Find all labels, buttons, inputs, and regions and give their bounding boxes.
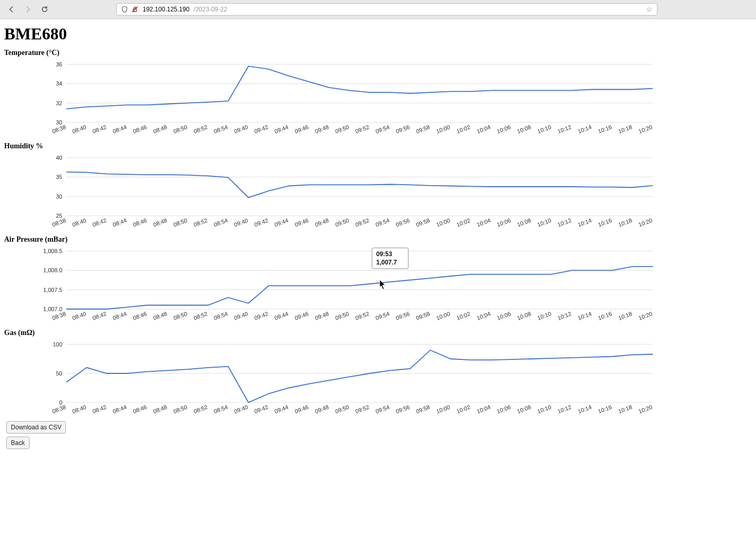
svg-text:10:06: 10:06 [496,311,512,322]
svg-text:09:54: 09:54 [375,311,390,322]
download-csv-button[interactable]: Download as CSV [6,421,66,434]
chart-title: Gas (mΩ) [4,329,752,337]
svg-text:08:42: 08:42 [92,217,107,228]
svg-text:09:42: 09:42 [253,404,269,415]
browser-chrome: 192.100.125.190/2023-09-22 ☆ [0,0,756,19]
svg-text:10:14: 10:14 [577,124,593,135]
chart-title: Air Pressure (mBar) [4,235,752,244]
svg-text:08:46: 08:46 [132,404,148,415]
svg-text:08:44: 08:44 [112,217,128,228]
cursor-icon [380,280,385,289]
svg-text:09:44: 09:44 [273,124,289,135]
svg-text:1,008.0: 1,008.0 [43,267,62,273]
svg-text:09:48: 09:48 [314,217,329,228]
svg-text:09:44: 09:44 [273,311,289,322]
svg-text:08:54: 08:54 [213,217,228,228]
svg-text:08:44: 08:44 [112,404,128,415]
svg-text:08:40: 08:40 [72,217,87,228]
svg-text:08:50: 08:50 [173,404,188,415]
svg-text:34: 34 [56,80,62,87]
series-line [66,350,653,402]
svg-text:100: 100 [53,341,62,347]
chart-svg[interactable]: 05010008:3808:4008:4208:4408:4608:4808:5… [4,340,658,418]
svg-text:08:42: 08:42 [92,124,107,135]
series-line [66,66,653,109]
svg-text:10:02: 10:02 [456,311,471,322]
svg-text:1,007.0: 1,007.0 [43,306,62,312]
svg-text:09:48: 09:48 [314,311,329,322]
charts-container: Temperature (°C)3032343608:3808:4008:420… [4,49,752,418]
svg-text:32: 32 [56,100,62,106]
svg-text:35: 35 [56,174,62,180]
svg-text:10:18: 10:18 [617,404,633,415]
svg-text:09:42: 09:42 [253,311,269,322]
svg-text:09:48: 09:48 [314,124,329,135]
chart-svg[interactable]: 3032343608:3808:4008:4208:4408:4608:4808… [4,60,658,138]
svg-text:10:02: 10:02 [456,404,471,415]
back-button[interactable]: Back [6,437,30,449]
svg-text:09:50: 09:50 [334,311,350,322]
svg-text:10:12: 10:12 [557,311,572,322]
svg-text:08:44: 08:44 [112,311,128,322]
svg-text:08:50: 08:50 [173,124,188,135]
svg-text:09:50: 09:50 [334,217,350,228]
svg-text:09:52: 09:52 [354,311,370,322]
svg-text:08:38: 08:38 [51,124,67,135]
chart-2: Air Pressure (mBar)1,007.01,007.51,008.0… [4,235,752,325]
svg-text:10:08: 10:08 [516,124,532,135]
svg-text:40: 40 [56,155,62,161]
chart-svg[interactable]: 2530354008:3808:4008:4208:4408:4608:4808… [4,154,658,231]
url-bar[interactable]: 192.100.125.190/2023-09-22 ☆ [116,3,657,16]
svg-text:08:42: 08:42 [92,404,107,415]
svg-text:08:46: 08:46 [132,124,148,135]
svg-text:10:16: 10:16 [597,311,613,322]
bookmark-star-icon[interactable]: ☆ [646,5,653,13]
svg-text:08:48: 08:48 [153,217,168,228]
forward-icon[interactable] [24,5,32,13]
chart-svg[interactable]: 1,007.01,007.51,008.01,008.508:3808:4008… [4,247,658,325]
svg-text:10:04: 10:04 [476,124,491,135]
svg-text:09:52: 09:52 [354,217,370,228]
svg-text:08:48: 08:48 [153,311,168,322]
svg-text:08:48: 08:48 [153,124,168,135]
svg-text:10:14: 10:14 [577,311,593,322]
shield-icon [121,6,128,13]
page-title: BME680 [4,24,752,44]
svg-text:09:54: 09:54 [375,404,390,415]
svg-text:10:08: 10:08 [516,217,532,228]
svg-text:09:56: 09:56 [395,217,410,228]
svg-text:10:20: 10:20 [638,311,653,322]
svg-text:10:10: 10:10 [537,311,552,322]
svg-text:10:06: 10:06 [496,217,512,228]
chart-0: Temperature (°C)3032343608:3808:4008:420… [4,49,752,138]
svg-text:1,008.5: 1,008.5 [43,248,62,254]
svg-text:30: 30 [56,193,62,200]
svg-text:08:46: 08:46 [132,311,148,322]
svg-text:09:46: 09:46 [294,311,309,322]
back-icon[interactable] [7,5,16,13]
nav-buttons [7,5,49,13]
svg-text:08:38: 08:38 [51,217,67,228]
svg-text:09:54: 09:54 [375,124,390,135]
url-path: /2023-09-22 [194,6,227,13]
chart-title: Temperature (°C) [4,49,752,57]
url-host: 192.100.125.190 [143,6,189,13]
svg-text:10:18: 10:18 [617,124,633,135]
tooltip-value: 1,007.7 [376,259,397,266]
svg-text:09:46: 09:46 [294,217,309,228]
svg-text:09:50: 09:50 [334,404,350,415]
svg-text:08:48: 08:48 [153,404,168,415]
svg-text:10:02: 10:02 [456,217,471,228]
svg-text:10:00: 10:00 [435,404,451,415]
svg-text:10:08: 10:08 [516,404,532,415]
svg-text:10:02: 10:02 [456,124,471,135]
svg-text:09:52: 09:52 [354,124,370,135]
svg-text:08:52: 08:52 [193,124,208,135]
svg-text:10:12: 10:12 [557,217,572,228]
svg-text:10:12: 10:12 [557,404,572,415]
insecure-lock-icon [131,6,139,13]
svg-text:09:44: 09:44 [273,217,289,228]
svg-text:10:12: 10:12 [557,124,572,135]
reload-icon[interactable] [40,5,49,13]
series-line [66,267,653,309]
